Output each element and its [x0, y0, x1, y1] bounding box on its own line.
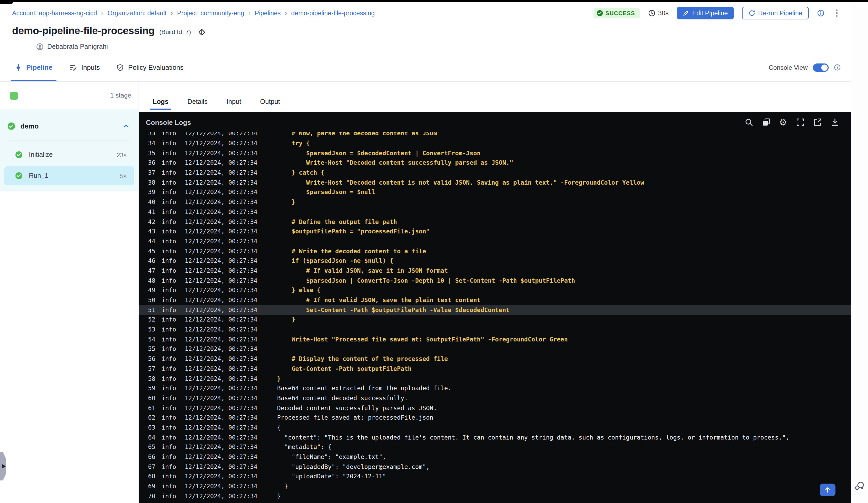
log-line-number[interactable]: 54 [145, 336, 155, 343]
log-line-number[interactable]: 40 [145, 198, 155, 206]
log-line-number[interactable]: 62 [145, 414, 155, 421]
tab-policy-label: Policy Evaluations [128, 63, 184, 71]
log-line-number[interactable]: 33 [145, 132, 155, 137]
log-text: Processed file saved at: processedFile.j… [277, 414, 433, 421]
tab-inputs[interactable]: Inputs [67, 53, 102, 81]
log-line-number[interactable]: 46 [145, 257, 155, 265]
trigger-info: Debabrata Panigrahi [15, 39, 851, 53]
console-view-toggle[interactable] [813, 63, 829, 72]
log-line-number[interactable]: 51 [145, 306, 155, 313]
log-line-number[interactable]: 70 [145, 493, 155, 500]
log-line-number[interactable]: 37 [145, 169, 155, 176]
log-line-number[interactable]: 58 [145, 375, 155, 382]
log-line-number[interactable]: 53 [145, 326, 155, 333]
step-row-run-1[interactable]: Run_1 5s [4, 166, 134, 185]
log-text: Set-Content -Path $outputFilePath -Value… [277, 306, 509, 313]
more-options-icon[interactable] [833, 8, 841, 18]
log-line-number[interactable]: 64 [145, 433, 155, 441]
log-timestamp: 12/12/2024, 00:27:34 [185, 287, 258, 294]
log-line: 52info12/12/2024, 00:27:34 } [139, 315, 851, 324]
log-level: info [162, 483, 177, 490]
rerun-pipeline-button[interactable]: Re-run Pipeline [742, 7, 809, 19]
log-line-number[interactable]: 48 [145, 277, 155, 284]
log-line-number[interactable]: 63 [145, 424, 155, 431]
log-timestamp: 12/12/2024, 00:27:34 [185, 132, 258, 137]
log-line-number[interactable]: 38 [145, 179, 155, 186]
log-line: 33info12/12/2024, 00:27:34 # Now, parse … [139, 132, 851, 138]
log-line-number[interactable]: 35 [145, 149, 155, 157]
log-line: 35info12/12/2024, 00:27:34 $parsedJson =… [139, 148, 851, 158]
log-line-number[interactable]: 34 [145, 139, 155, 147]
log-level: info [162, 228, 177, 235]
log-line-number[interactable]: 66 [145, 453, 155, 461]
log-line-number[interactable]: 50 [145, 296, 155, 304]
download-icon[interactable] [831, 118, 839, 126]
log-line-number[interactable]: 60 [145, 395, 155, 402]
tab-policy-evaluations[interactable]: Policy Evaluations [115, 53, 186, 81]
log-text: } [277, 483, 288, 490]
execution-diagram-icon[interactable] [198, 28, 206, 36]
log-line-number[interactable]: 65 [145, 443, 155, 451]
log-line: 47info12/12/2024, 00:27:34 # If valid JS… [139, 266, 851, 275]
log-line-number[interactable]: 56 [145, 355, 155, 363]
log-line-number[interactable]: 55 [145, 345, 155, 353]
log-line-number[interactable]: 49 [145, 287, 155, 294]
log-line-number[interactable]: 59 [145, 385, 155, 392]
tab-output[interactable]: Output [257, 98, 282, 112]
log-line-number[interactable]: 67 [145, 463, 155, 470]
tab-input[interactable]: Input [224, 98, 244, 112]
log-line-number[interactable]: 69 [145, 483, 155, 490]
log-line-number[interactable]: 47 [145, 267, 155, 274]
search-icon[interactable] [745, 118, 753, 126]
log-level: info [162, 424, 177, 431]
edit-pipeline-button[interactable]: Edit Pipeline [677, 7, 734, 19]
log-text: # Write the decoded content to a file [277, 247, 426, 255]
log-line: 68info12/12/2024, 00:27:34 "uploadDate":… [139, 472, 851, 481]
log-text: try { [277, 139, 310, 147]
log-timestamp: 12/12/2024, 00:27:34 [185, 365, 258, 373]
settings-icon[interactable]: ⚙ [779, 118, 787, 127]
breadcrumb-account[interactable]: Account: app-harness-ng-cicd [12, 9, 97, 17]
breadcrumb-organization[interactable]: Organization: default [107, 9, 167, 17]
log-line-number[interactable]: 45 [145, 247, 155, 255]
log-line-number[interactable]: 61 [145, 404, 155, 411]
log-line-number[interactable]: 44 [145, 238, 155, 245]
log-level: info [162, 365, 177, 373]
log-line-number[interactable]: 42 [145, 218, 155, 225]
log-line-number[interactable]: 68 [145, 473, 155, 480]
copy-icon[interactable] [762, 118, 771, 126]
log-line-number[interactable]: 41 [145, 208, 155, 216]
log-text: "uploadDate": "2024-12-11" [277, 473, 386, 480]
log-line-number[interactable]: 52 [145, 316, 155, 323]
scroll-to-top-button[interactable] [820, 484, 836, 496]
chevron-up-icon[interactable] [123, 123, 130, 129]
log-level: info [162, 257, 177, 265]
log-timestamp: 12/12/2024, 00:27:34 [185, 296, 258, 304]
breadcrumb-project[interactable]: Project: community-eng [177, 9, 244, 17]
log-line-number[interactable]: 57 [145, 365, 155, 373]
log-line-number[interactable]: 39 [145, 189, 155, 196]
fullscreen-icon[interactable] [796, 118, 805, 126]
console-log-viewport[interactable]: 33info12/12/2024, 00:27:34 # Now, parse … [139, 132, 851, 503]
log-timestamp: 12/12/2024, 00:27:34 [185, 198, 258, 206]
step-row-initialize[interactable]: Initialize 23s [4, 145, 134, 164]
stage-row-demo[interactable]: demo [0, 114, 138, 137]
breadcrumb-pipelines[interactable]: Pipelines [255, 9, 281, 17]
console-view-info-icon[interactable] [834, 64, 841, 71]
log-text: "content": "This is the uploaded file's … [277, 433, 789, 441]
tab-pipeline[interactable]: Pipeline [13, 53, 54, 81]
log-timestamp: 12/12/2024, 00:27:34 [185, 483, 258, 490]
window-top-notch [0, 0, 13, 4]
support-chat-icon[interactable] [854, 480, 865, 491]
log-line: 60info12/12/2024, 00:27:34Base64 content… [139, 393, 851, 403]
arrow-up-icon [824, 486, 831, 494]
breadcrumb-pipeline-name[interactable]: demo-pipeline-file-processing [291, 9, 375, 17]
tab-details[interactable]: Details [185, 98, 210, 112]
tab-logs[interactable]: Logs [150, 98, 171, 112]
log-level: info [162, 218, 177, 225]
log-line-number[interactable]: 36 [145, 159, 155, 167]
log-line-number[interactable]: 43 [145, 228, 155, 235]
open-in-new-icon[interactable] [814, 118, 822, 126]
info-icon[interactable] [817, 9, 825, 17]
log-timestamp: 12/12/2024, 00:27:34 [185, 139, 258, 147]
